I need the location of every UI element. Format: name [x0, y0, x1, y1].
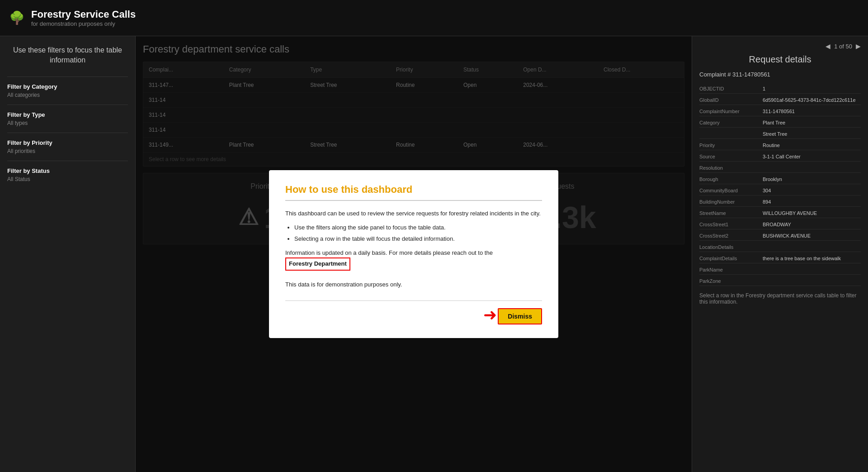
tree-icon: 🌳: [9, 10, 25, 25]
center-panel: Forestry department service calls Compla…: [136, 36, 692, 472]
modal-bullets: Use the filters along the side panel to …: [294, 223, 542, 244]
filter-category-label: Filter by Category: [7, 83, 128, 90]
modal-bullet-1: Use the filters along the side panel to …: [294, 223, 542, 233]
detail-row: Priority Routine: [699, 141, 861, 150]
filter-status-value: All Status: [7, 176, 128, 182]
sidebar: Use these filters to focus the table inf…: [0, 36, 136, 472]
help-modal: How to use this dashboard This dashboard…: [269, 170, 558, 338]
app-title: Forestry Service Calls: [31, 9, 136, 20]
filter-type-value: All types: [7, 120, 128, 126]
filter-priority-label: Filter by Priority: [7, 139, 128, 146]
complaint-number: Complaint # 311-14780561: [699, 71, 861, 78]
detail-row: Category Plant Tree: [699, 118, 861, 128]
page-indicator: 1 of 50: [834, 43, 852, 50]
detail-row: CommunityBoard 304: [699, 186, 861, 195]
filter-priority[interactable]: Filter by Priority All priorities: [7, 133, 128, 161]
modal-bullet-2: Selecting a row in the table will focus …: [294, 234, 542, 244]
modal-body-text2: Information is updated on a daily basis.…: [285, 248, 542, 271]
filter-priority-value: All priorities: [7, 148, 128, 154]
modal-body: This dashboard can be used to review the…: [285, 209, 542, 290]
filter-status[interactable]: Filter by Status All Status: [7, 161, 128, 189]
detail-row: Street Tree: [699, 129, 861, 139]
detail-row: OBJECTID 1: [699, 84, 861, 94]
detail-row: ParkName: [699, 265, 861, 275]
detail-row: LocationDetails: [699, 243, 861, 252]
detail-row: ComplaintNumber 311-14780561: [699, 107, 861, 116]
detail-row: Resolution: [699, 163, 861, 173]
modal-title: How to use this dashboard: [285, 184, 542, 201]
filter-type-label: Filter by Type: [7, 111, 128, 118]
detail-row: BuildingNumber 894: [699, 197, 861, 207]
app-subtitle: for demonstration purposes only: [31, 20, 136, 27]
prev-page-button[interactable]: ◀: [826, 43, 830, 50]
filter-status-label: Filter by Status: [7, 167, 128, 174]
detail-row: CrossStreet2 BUSHWICK AVENUE: [699, 231, 861, 241]
filter-category-value: All categories: [7, 92, 128, 98]
detail-row: ComplaintDetails there is a tree base on…: [699, 254, 861, 263]
dismiss-button[interactable]: Dismiss: [498, 308, 542, 324]
pagination: ◀ 1 of 50 ▶: [699, 43, 861, 50]
detail-row: GlobalID 6d5901af-5625-4373-841c-7dcd122…: [699, 95, 861, 105]
main-layout: Use these filters to focus the table inf…: [0, 36, 868, 472]
modal-body-text1: This dashboard can be used to review the…: [285, 209, 542, 219]
modal-overlay: How to use this dashboard This dashboard…: [136, 36, 692, 472]
right-panel: ◀ 1 of 50 ▶ Request details Complaint # …: [692, 36, 868, 472]
detail-row: CrossStreet1 BROADWAY: [699, 220, 861, 229]
detail-row: Source 3-1-1 Call Center: [699, 152, 861, 162]
panel-title: Request details: [699, 54, 861, 65]
modal-body-text3: This data is for demonstration purposes …: [285, 280, 542, 290]
detail-row: StreetName WILLOUGHBY AVENUE: [699, 209, 861, 218]
detail-row: ParkZone: [699, 277, 861, 286]
next-page-button[interactable]: ▶: [856, 43, 861, 50]
detail-row: Borough Brooklyn: [699, 175, 861, 184]
modal-footer: ➜ Dismiss: [285, 300, 542, 324]
detail-rows: OBJECTID 1 GlobalID 6d5901af-5625-4373-8…: [699, 84, 861, 286]
filter-type[interactable]: Filter by Type All types: [7, 105, 128, 133]
panel-footer: Select a row in the Forestry department …: [699, 292, 861, 305]
app-header: 🌳 Forestry Service Calls for demonstrati…: [0, 0, 868, 36]
forestry-dept-link[interactable]: Forestry Department: [285, 257, 350, 271]
header-text: Forestry Service Calls for demonstration…: [31, 9, 136, 27]
filter-category[interactable]: Filter by Category All categories: [7, 76, 128, 105]
sidebar-title: Use these filters to focus the table inf…: [7, 45, 128, 66]
arrow-icon: ➜: [483, 305, 497, 324]
